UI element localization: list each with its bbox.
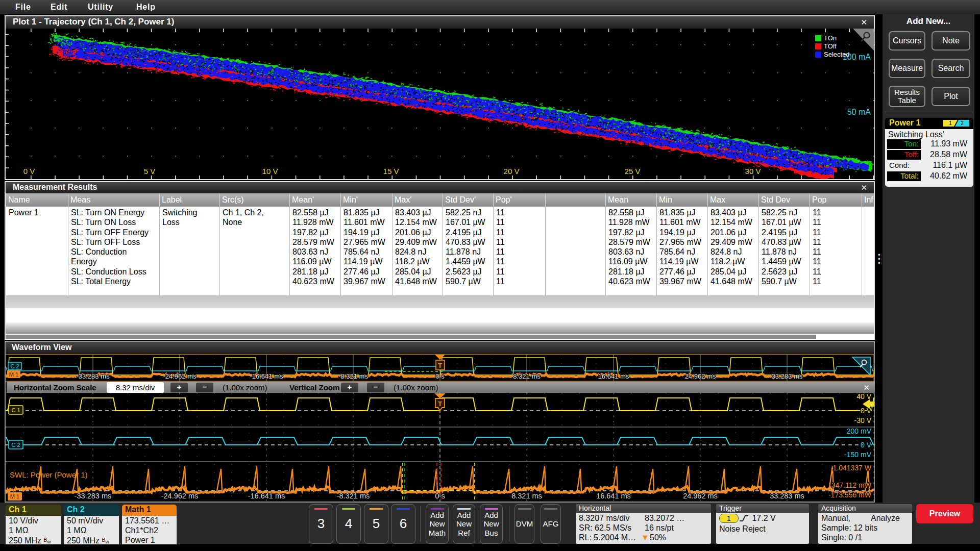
svg-text:TOn: TOn	[824, 34, 837, 42]
svg-text:T: T	[438, 400, 442, 408]
svg-text:-24.962 ms: -24.962 ms	[163, 372, 197, 380]
svg-text:TOff: TOff	[824, 42, 837, 50]
svg-text:-33.283 ms: -33.283 ms	[75, 492, 112, 500]
svg-text:-24.962 ms: -24.962 ms	[161, 492, 199, 500]
svg-text:30 V: 30 V	[745, 167, 761, 176]
svg-text:5 V: 5 V	[144, 167, 156, 176]
svg-text:-173.556 mW: -173.556 mW	[828, 491, 872, 499]
svg-text:-16.641 ms: -16.641 ms	[248, 492, 285, 500]
svg-text:M 1: M 1	[10, 493, 19, 499]
svg-text:200 mV: 200 mV	[847, 427, 872, 435]
svg-text:-8.321 ms: -8.321 ms	[337, 492, 370, 500]
svg-text:33.283 ms: 33.283 ms	[770, 492, 804, 500]
svg-text:33.283 ms: 33.283 ms	[772, 372, 803, 380]
svg-text:Selected: Selected	[824, 51, 850, 58]
svg-text:10 V: 10 V	[262, 167, 278, 176]
svg-text:24.962 ms: 24.962 ms	[685, 372, 716, 380]
svg-text:-30 V: -30 V	[854, 416, 872, 424]
svg-text:8.321 ms: 8.321 ms	[513, 372, 541, 380]
svg-text:16.641 ms: 16.641 ms	[598, 372, 629, 380]
svg-text:0 V: 0 V	[861, 441, 872, 449]
svg-text:0 V: 0 V	[23, 167, 35, 176]
svg-text:40 V: 40 V	[856, 393, 871, 400]
svg-text:-150 mV: -150 mV	[844, 450, 872, 459]
svg-text:SWL: Power (Power 1): SWL: Power (Power 1)	[10, 470, 88, 479]
svg-text:50 mA: 50 mA	[847, 108, 871, 116]
svg-text:16.641 ms: 16.641 ms	[596, 492, 631, 500]
svg-text:T: T	[438, 362, 442, 369]
svg-text:C 2: C 2	[10, 363, 19, 369]
svg-text:20 V: 20 V	[504, 167, 520, 176]
svg-text:347.112 mW: 347.112 mW	[831, 481, 872, 489]
svg-text:8.321 ms: 8.321 ms	[511, 492, 542, 500]
svg-text:0 s: 0 s	[435, 492, 445, 500]
svg-text:C 1: C 1	[11, 407, 20, 413]
svg-text:15 V: 15 V	[383, 167, 399, 176]
svg-text:-16.641 ms: -16.641 ms	[250, 372, 283, 380]
svg-text:-33.283 ms: -33.283 ms	[76, 372, 110, 380]
svg-text:-8.321 ms: -8.321 ms	[338, 372, 368, 380]
svg-text:0 s: 0 s	[435, 372, 445, 380]
svg-text:C 2: C 2	[11, 442, 20, 448]
svg-text:M 1: M 1	[9, 371, 18, 378]
svg-text:24.962 ms: 24.962 ms	[683, 492, 718, 500]
svg-text:25 V: 25 V	[625, 167, 641, 176]
svg-text:1.041337 W: 1.041337 W	[833, 464, 872, 472]
